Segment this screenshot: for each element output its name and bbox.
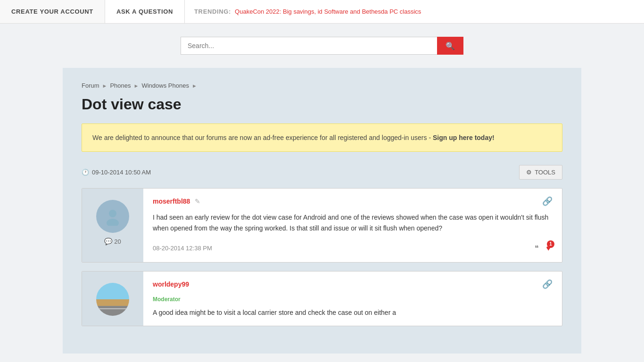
thread-date-text: 09-10-2014 10:50 AM bbox=[92, 169, 151, 176]
top-bar-left: CREATE YOUR ACCOUNT ASK A QUESTION bbox=[0, 0, 185, 23]
search-button[interactable]: 🔍 bbox=[437, 37, 463, 55]
svg-point-1 bbox=[107, 219, 119, 226]
trending-link[interactable]: QuakeCon 2022: Big savings, id Software … bbox=[235, 8, 421, 15]
post-link-icon-2[interactable]: 🔗 bbox=[542, 279, 553, 289]
post-username-2[interactable]: worldepy99 bbox=[153, 280, 189, 288]
post-text-1: I had seen an early review for the dot v… bbox=[153, 212, 553, 233]
quote-button-1[interactable]: ❝ bbox=[533, 242, 541, 255]
thread-date: 🕐 09-10-2014 10:50 AM bbox=[82, 169, 151, 176]
search-area: 🔍 bbox=[0, 24, 644, 68]
heart-badge-1: 1 bbox=[547, 240, 554, 248]
post-card-1: 💬 20 moserftbl88 ✎ 🔗 I had seen an early… bbox=[82, 188, 562, 263]
breadcrumb-sep-3: ► bbox=[192, 83, 197, 89]
breadcrumb: Forum ► Phones ► Windows Phones ► bbox=[82, 82, 562, 89]
tools-label: TOOLS bbox=[535, 169, 555, 176]
post-avatar-col-2 bbox=[82, 272, 143, 325]
notice-cta[interactable]: Sign up here today! bbox=[433, 134, 495, 141]
chat-icon-1: 💬 bbox=[104, 238, 112, 245]
post-author-row-2: worldepy99 bbox=[153, 280, 189, 288]
top-bar: CREATE YOUR ACCOUNT ASK A QUESTION TREND… bbox=[0, 0, 644, 24]
notice-box: We are delighted to announce that our fo… bbox=[82, 123, 562, 152]
search-input[interactable] bbox=[181, 37, 437, 55]
edit-icon-1[interactable]: ✎ bbox=[195, 197, 200, 205]
avatar-icon-1 bbox=[103, 207, 122, 226]
post-header-1: moserftbl88 ✎ 🔗 bbox=[153, 196, 553, 206]
post-text-2: A good idea might be to visit a local ca… bbox=[153, 307, 553, 318]
breadcrumb-sep-2: ► bbox=[134, 83, 139, 89]
breadcrumb-forum[interactable]: Forum bbox=[82, 82, 99, 89]
post-avatar-col-1: 💬 20 bbox=[82, 189, 143, 262]
post-link-icon-1[interactable]: 🔗 bbox=[542, 196, 553, 206]
avatar-1 bbox=[96, 200, 129, 233]
clock-icon: 🕐 bbox=[82, 169, 89, 176]
breadcrumb-phones[interactable]: Phones bbox=[110, 82, 131, 89]
trending-label: TRENDING: bbox=[194, 8, 231, 15]
post-footer-1: 08-20-2014 12:38 PM ❝ ♥ 1 bbox=[153, 242, 553, 255]
search-icon: 🔍 bbox=[446, 42, 455, 50]
post-date-1: 08-20-2014 12:38 PM bbox=[153, 245, 212, 252]
post-body-1: moserftbl88 ✎ 🔗 I had seen an early revi… bbox=[143, 189, 562, 262]
heart-wrapper-1: ♥ 1 bbox=[545, 242, 553, 255]
gear-icon: ⚙ bbox=[526, 169, 532, 176]
post-username-1[interactable]: moserftbl88 bbox=[153, 197, 190, 205]
create-account-button[interactable]: CREATE YOUR ACCOUNT bbox=[0, 0, 105, 23]
ask-question-button[interactable]: ASK A QUESTION bbox=[105, 0, 185, 23]
tools-row: 🕐 09-10-2014 10:50 AM ⚙ TOOLS bbox=[82, 165, 562, 180]
page-title: Dot view case bbox=[82, 96, 562, 113]
reply-count-1: 💬 20 bbox=[104, 238, 121, 245]
avatar-2 bbox=[96, 283, 129, 316]
post-header-2: worldepy99 🔗 bbox=[153, 279, 553, 289]
post-author-row-1: moserftbl88 ✎ bbox=[153, 197, 200, 205]
breadcrumb-windows-phones[interactable]: Windows Phones bbox=[141, 82, 189, 89]
post-card-2: worldepy99 🔗 Moderator A good idea might… bbox=[82, 271, 562, 326]
trending-bar: TRENDING: QuakeCon 2022: Big savings, id… bbox=[185, 0, 644, 23]
reply-count-text-1: 20 bbox=[114, 238, 121, 245]
breadcrumb-sep-1: ► bbox=[102, 83, 107, 89]
tools-button[interactable]: ⚙ TOOLS bbox=[519, 165, 562, 180]
main-content: Forum ► Phones ► Windows Phones ► Dot vi… bbox=[63, 68, 581, 354]
post-role-2: Moderator bbox=[153, 296, 181, 303]
post-actions-1: ❝ ♥ 1 bbox=[533, 242, 553, 255]
search-wrapper: 🔍 bbox=[181, 37, 463, 55]
notice-text: We are delighted to announce that our fo… bbox=[92, 134, 433, 141]
post-body-2: worldepy99 🔗 Moderator A good idea might… bbox=[143, 272, 562, 325]
svg-point-0 bbox=[109, 210, 116, 217]
